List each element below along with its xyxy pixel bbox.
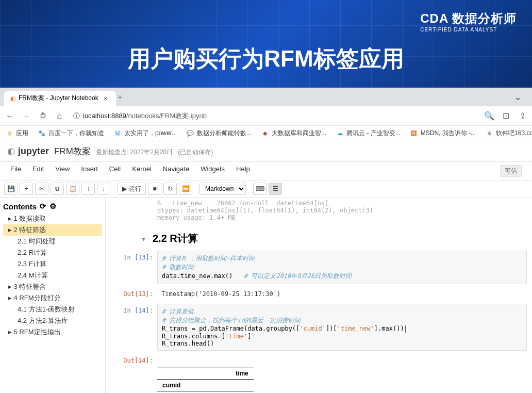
move-up-button[interactable]: ↑: [81, 183, 95, 195]
code-input[interactable]: # 计算R ：用取数时间-样本时间 # 取数时间 data.time_new.m…: [157, 251, 527, 284]
paste-button[interactable]: 📋: [66, 183, 79, 195]
code-cell[interactable]: In [13]: # 计算R ：用取数时间-样本时间 # 取数时间 data.t…: [121, 251, 527, 284]
in-prompt: In [14]:: [121, 304, 157, 351]
output-text: Timestamp('2010-09-25 13:17:30'): [157, 287, 527, 301]
reload-button[interactable]: ⥁: [37, 110, 48, 122]
command-palette-button[interactable]: ⌨: [253, 183, 267, 195]
jupyter-logo: ◐ jupyter: [7, 145, 49, 157]
section-header: ▾ 2.2 R计算: [142, 232, 527, 245]
bookmark-label: 软件吧163.com: [496, 129, 532, 138]
menu-item[interactable]: Help: [236, 165, 250, 177]
bookmark-label: 百度一下，你就知道: [48, 129, 104, 138]
menu-item[interactable]: Edit: [32, 165, 44, 177]
copy-button[interactable]: ⧉: [51, 183, 64, 195]
toc-item[interactable]: 2.4 M计算: [3, 270, 102, 281]
restart-run-button[interactable]: ⏩: [179, 183, 192, 195]
menu-item[interactable]: Navigate: [163, 165, 189, 177]
code-input[interactable]: # 计算差值 # 先得分组聚合，找到每个id的最近一次消费时间 R_trans …: [157, 304, 527, 351]
text-cursor: [405, 325, 406, 333]
close-icon[interactable]: ×: [102, 94, 110, 103]
toc-item[interactable]: ▸ 1 数据读取: [3, 213, 102, 224]
bookmark-label: 太实用了，power...: [124, 129, 177, 138]
cell-type-select[interactable]: Markdown: [200, 183, 246, 195]
new-tab-button[interactable]: +: [116, 93, 124, 101]
menu-item[interactable]: Cell: [109, 165, 121, 177]
bookmark-item[interactable]: 🅼MSDN, 我告诉你 -...: [410, 129, 476, 138]
back-button[interactable]: ←: [4, 110, 15, 122]
toolbar: 💾 + ✂ ⧉ 📋 ↑ ↓ ▶ 运行 ■ ↻ ⏩ Markdown ⌨ ☰: [0, 180, 532, 198]
move-down-button[interactable]: ↓: [97, 183, 110, 195]
bookmark-item[interactable]: 💬数据分析师能转数...: [186, 129, 252, 138]
bookmark-item[interactable]: ☁腾讯云 - 产业智变...: [336, 129, 401, 138]
in-prompt: In [13]:: [121, 251, 157, 284]
jupyter-icon: ◐: [10, 95, 15, 102]
gear-icon[interactable]: ⚙: [49, 202, 56, 211]
bookmark-icon[interactable]: ⊡: [500, 110, 511, 122]
bookmark-item[interactable]: ⊞应用: [5, 129, 28, 138]
toc-item[interactable]: ▸ 2 特征筛选: [3, 224, 102, 236]
search-icon[interactable]: 🔍: [484, 110, 495, 122]
restart-button[interactable]: ↻: [163, 183, 177, 195]
bookmark-item[interactable]: ⊕软件吧163.com: [485, 129, 532, 138]
menu-item[interactable]: Kernel: [132, 165, 152, 177]
interrupt-button[interactable]: ■: [148, 183, 161, 195]
browser-tab[interactable]: ◐ FRM教案 - Jupyter Notebook ×: [4, 91, 116, 106]
trust-badge[interactable]: 可信: [500, 165, 522, 177]
favicon-icon: ⊞: [5, 129, 13, 138]
favicon-icon: 知: [113, 129, 122, 138]
bookmark-label: 应用: [16, 129, 28, 138]
menu-item[interactable]: File: [10, 165, 21, 177]
out-prompt: Out[13]:: [121, 287, 157, 301]
share-icon[interactable]: ⇪: [517, 110, 528, 122]
output-cell: Out[13]: Timestamp('2010-09-25 13:17:30'…: [121, 287, 527, 301]
menu-item[interactable]: Widgets: [201, 165, 225, 177]
home-button[interactable]: ⌂: [54, 110, 65, 122]
bookmark-item[interactable]: 知太实用了，power...: [113, 129, 177, 138]
banner-title: 用户购买行为RFM标签应用: [0, 44, 532, 74]
table-row: 100012010-09-17 04:47:43: [157, 391, 254, 393]
forward-button[interactable]: →: [21, 110, 32, 122]
bookmark-item[interactable]: 🐾百度一下，你就知道: [38, 129, 104, 138]
out-prompt: Out[14]:: [121, 354, 157, 364]
info-icon: ⓘ: [73, 111, 80, 121]
autosave-text: (已自动保存): [178, 148, 213, 157]
bookmark-label: 大数据库和商业智...: [272, 129, 326, 138]
cut-button[interactable]: ✂: [35, 183, 48, 195]
toc-item[interactable]: 2.2 R计算: [3, 247, 102, 258]
favicon-icon: 💬: [186, 129, 194, 138]
output-text: 6 time_new 26662 non-null datetime64[ns]…: [121, 198, 527, 223]
notebook-title[interactable]: FRM教案: [54, 145, 91, 157]
brand-logo: CDA 数据分析师 CERTIFIED DATA ANALYST: [420, 10, 517, 32]
bookmark-label: MSDN, 我告诉你 -...: [421, 129, 476, 138]
menubar: FileEditViewInsertCellKernelNavigateWidg…: [0, 162, 532, 180]
toc-toggle-button[interactable]: ☰: [269, 183, 282, 195]
favicon-icon: 🐾: [38, 129, 46, 138]
run-button[interactable]: ▶ 运行: [118, 183, 146, 195]
toc-item[interactable]: 2.1 时间处理: [3, 236, 102, 247]
chevron-down-icon[interactable]: ▾: [142, 235, 145, 243]
bookmark-label: 腾讯云 - 产业智变...: [346, 129, 401, 138]
toc-item[interactable]: 4.2 方法2-算法库: [3, 315, 102, 326]
refresh-icon[interactable]: ⟳: [40, 202, 46, 211]
browser-tabbar: ◐ FRM教案 - Jupyter Notebook × + ⌄: [0, 88, 532, 106]
toc-item[interactable]: 4.1 方法1-函数映射: [3, 304, 102, 315]
save-button[interactable]: 💾: [4, 183, 18, 195]
toc-item[interactable]: ▸ 5 RFM定性输出: [3, 326, 102, 338]
url-input[interactable]: ⓘ localhost:8889/notebooks/FRM教案.ipynb: [70, 111, 478, 121]
favicon-icon: ☁: [336, 129, 344, 138]
toc-item[interactable]: ▸ 4 RFM分段打分: [3, 292, 102, 304]
bookmark-item[interactable]: ◆大数据库和商业智...: [261, 129, 326, 138]
toc-item[interactable]: 2.3 F计算: [3, 258, 102, 270]
add-cell-button[interactable]: +: [20, 183, 33, 195]
window-minimize[interactable]: ⌄: [507, 91, 528, 103]
toc-heading: Contents ⟳ ⚙: [3, 202, 102, 211]
toc-item[interactable]: ▸ 3 特征整合: [3, 281, 102, 292]
toc-sidebar: Contents ⟳ ⚙ ▸ 1 数据读取▸ 2 特征筛选2.1 时间处理2.2…: [0, 198, 106, 393]
code-cell[interactable]: In [14]: # 计算差值 # 先得分组聚合，找到每个id的最近一次消费时间…: [121, 304, 527, 351]
menu-item[interactable]: View: [55, 165, 70, 177]
bookmarks-bar: ⊞应用🐾百度一下，你就知道知太实用了，power...💬数据分析师能转数...◆…: [0, 126, 532, 141]
notebook-header: ◐ jupyter FRM教案 最新检查点: 2022年2月20日 (已自动保存…: [0, 141, 532, 162]
menu-item[interactable]: Insert: [81, 165, 98, 177]
bookmark-label: 数据分析师能转数...: [197, 129, 252, 138]
favicon-icon: ⊕: [485, 129, 493, 138]
